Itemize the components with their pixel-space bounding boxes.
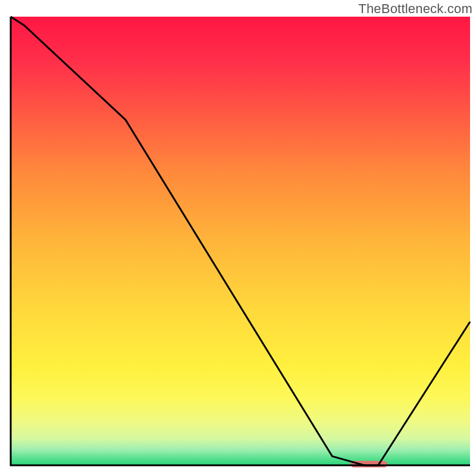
gradient-background <box>11 17 470 465</box>
chart-container: TheBottleneck.com <box>0 0 476 476</box>
bottleneck-chart <box>0 0 476 476</box>
optimal-range-marker <box>350 461 387 468</box>
watermark-text: TheBottleneck.com <box>358 1 472 17</box>
